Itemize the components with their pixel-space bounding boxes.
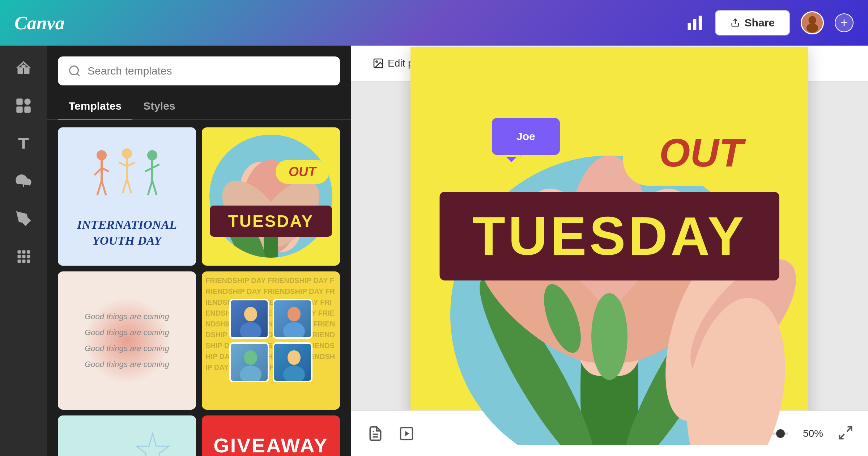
template-good-things[interactable]: Good things are comingGood things are co…: [58, 271, 196, 410]
share-label: Share: [745, 17, 775, 29]
svg-point-52: [240, 322, 261, 339]
template-giveaway[interactable]: GIVEAWAY Win the easy way: [202, 415, 340, 456]
out-thumbnail-text: OUT: [289, 164, 316, 179]
search-icon: [68, 64, 81, 77]
header-right: Share +: [685, 10, 854, 35]
svg-rect-12: [25, 107, 30, 113]
user-tooltip: Joe: [503, 124, 548, 149]
ocean-star-icon: [131, 430, 174, 456]
avatar-button[interactable]: [801, 11, 824, 34]
svg-line-105: [840, 434, 844, 439]
design-canvas[interactable]: OUT TUESDAY: [410, 47, 808, 445]
notes-button[interactable]: [365, 423, 386, 444]
logo: Canva: [14, 12, 65, 34]
svg-point-56: [240, 366, 261, 382]
search-bar: [47, 46, 351, 93]
photo-cell-4: [273, 342, 312, 382]
flower-thumbnail-icon: [209, 135, 332, 258]
svg-line-25: [77, 73, 80, 76]
svg-rect-22: [22, 259, 25, 263]
tuesday-banner[interactable]: TUESDAY: [440, 192, 779, 280]
templates-grid: International Youth Day OUT: [47, 120, 351, 456]
svg-rect-23: [27, 259, 30, 263]
template-friendship-day[interactable]: FRIENDSHIP DAY FRIENDSHIP DAY FRIENDSHIP…: [202, 271, 340, 410]
svg-line-31: [102, 181, 106, 195]
svg-line-30: [97, 181, 102, 195]
svg-marker-61: [136, 434, 169, 456]
svg-rect-1: [693, 19, 696, 30]
svg-rect-18: [18, 255, 21, 258]
panel-tabs: Templates Styles: [47, 93, 351, 120]
sidebar-icon-elements[interactable]: [12, 94, 35, 117]
tab-styles[interactable]: Styles: [132, 93, 186, 119]
svg-point-70: [376, 61, 377, 62]
svg-rect-15: [18, 250, 21, 254]
international-youth-day-text: International Youth Day: [65, 217, 189, 249]
tooltip-user-label: Joe: [516, 130, 535, 142]
svg-rect-2: [698, 16, 702, 30]
youth-figures-icon: [91, 144, 163, 210]
sidebar-icon-upload[interactable]: [12, 169, 35, 193]
svg-line-34: [119, 162, 127, 166]
template-international-youth-day[interactable]: International Youth Day: [58, 127, 196, 266]
svg-line-42: [148, 181, 152, 195]
edit-photo-icon: [373, 58, 384, 69]
photo-cell-3: [229, 342, 269, 382]
svg-line-37: [127, 179, 131, 193]
good-things-text: Good things are comingGood things are co…: [85, 309, 169, 372]
share-button[interactable]: Share: [715, 10, 790, 35]
svg-rect-6: [18, 67, 23, 74]
svg-rect-11: [17, 107, 22, 113]
svg-point-89: [591, 293, 627, 380]
svg-point-54: [283, 322, 305, 339]
svg-line-104: [847, 427, 852, 432]
sidebar-icon-apps[interactable]: [12, 245, 35, 268]
svg-rect-16: [22, 250, 25, 254]
svg-line-35: [127, 162, 135, 166]
svg-marker-103: [405, 431, 409, 436]
search-wrapper: [58, 56, 340, 85]
svg-line-43: [152, 181, 157, 195]
photo-cell-1: [229, 299, 269, 339]
out-badge-text: OUT: [659, 130, 743, 175]
svg-point-14: [22, 217, 24, 219]
svg-point-51: [244, 307, 257, 321]
svg-rect-21: [18, 259, 21, 263]
svg-rect-20: [27, 255, 30, 258]
svg-line-36: [123, 179, 127, 193]
svg-rect-9: [17, 99, 22, 105]
sidebar-icons: [0, 46, 47, 456]
svg-point-57: [288, 350, 301, 365]
out-badge[interactable]: OUT: [623, 119, 779, 186]
fullscreen-button[interactable]: [838, 425, 854, 442]
sidebar-icon-draw[interactable]: [12, 207, 35, 230]
template-ocean-day[interactable]: Happy World Ocean Day: [58, 415, 196, 456]
svg-point-4: [809, 16, 816, 24]
svg-rect-7: [24, 67, 30, 74]
tab-templates[interactable]: Templates: [58, 93, 132, 119]
sidebar-icon-home[interactable]: [12, 56, 35, 80]
sidebar-icon-text[interactable]: [12, 132, 35, 155]
svg-rect-8: [22, 65, 26, 68]
photo-cell-2: [273, 299, 312, 339]
svg-point-53: [288, 307, 301, 321]
svg-rect-17: [27, 250, 30, 254]
svg-point-10: [25, 99, 30, 105]
canvas-area: Joe: [351, 82, 868, 410]
notes-icon: [367, 426, 383, 442]
tuesday-thumbnail-text: TUESDAY: [228, 212, 314, 231]
svg-point-32: [122, 148, 132, 159]
svg-point-24: [70, 66, 78, 75]
template-tuesday-out[interactable]: OUT TUESDAY: [202, 127, 340, 266]
svg-point-5: [807, 24, 818, 33]
stats-button[interactable]: [685, 13, 704, 32]
svg-point-38: [147, 150, 157, 160]
add-team-button[interactable]: +: [835, 13, 854, 32]
svg-point-55: [244, 350, 257, 365]
svg-point-26: [97, 150, 107, 160]
search-input[interactable]: [88, 65, 330, 77]
svg-rect-0: [688, 23, 691, 30]
tuesday-banner-text: TUESDAY: [472, 206, 747, 266]
svg-point-58: [283, 366, 305, 382]
fullscreen-icon: [838, 425, 854, 441]
